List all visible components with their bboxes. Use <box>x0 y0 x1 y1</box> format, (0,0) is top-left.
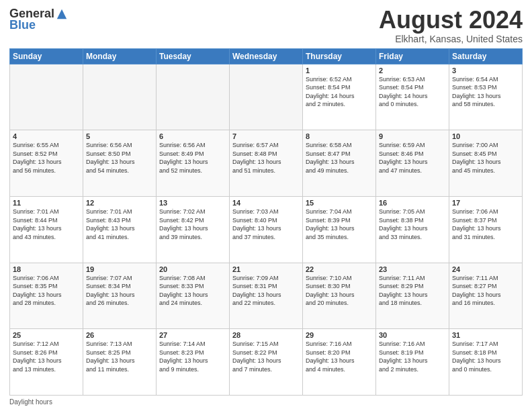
day-number: 9 <box>379 132 446 140</box>
day-cell: 18Sunrise: 7:06 AM Sunset: 8:35 PM Dayli… <box>10 263 83 329</box>
day-number: 15 <box>306 199 373 207</box>
day-cell <box>83 64 157 130</box>
day-cell <box>157 64 230 130</box>
day-cell <box>10 64 83 130</box>
day-info: Sunrise: 7:11 AM Sunset: 8:27 PM Dayligh… <box>452 274 519 308</box>
day-cell: 10Sunrise: 7:00 AM Sunset: 8:45 PM Dayli… <box>449 130 523 197</box>
day-number: 4 <box>13 132 80 140</box>
day-cell: 26Sunrise: 7:13 AM Sunset: 8:25 PM Dayli… <box>83 329 157 396</box>
week-row-2: 4Sunrise: 6:55 AM Sunset: 8:52 PM Daylig… <box>10 130 523 197</box>
day-number: 8 <box>306 132 373 140</box>
day-info: Sunrise: 7:17 AM Sunset: 8:18 PM Dayligh… <box>452 340 519 373</box>
day-info: Sunrise: 7:16 AM Sunset: 8:19 PM Dayligh… <box>379 340 446 373</box>
day-cell: 9Sunrise: 6:59 AM Sunset: 8:46 PM Daylig… <box>376 130 449 197</box>
day-number: 13 <box>159 199 226 207</box>
day-number: 28 <box>232 331 300 339</box>
day-number: 1 <box>306 66 373 75</box>
page: General Blue August 2024 Elkhart, Kansas… <box>0 0 532 411</box>
logo-blue-text: Blue <box>9 18 36 32</box>
day-number: 21 <box>232 265 300 273</box>
day-info: Sunrise: 7:02 AM Sunset: 8:42 PM Dayligh… <box>159 208 226 241</box>
day-info: Sunrise: 6:56 AM Sunset: 8:49 PM Dayligh… <box>159 141 226 175</box>
day-info: Sunrise: 7:00 AM Sunset: 8:45 PM Dayligh… <box>452 141 519 175</box>
day-number: 12 <box>86 199 153 207</box>
day-number: 11 <box>13 199 80 207</box>
day-info: Sunrise: 7:03 AM Sunset: 8:40 PM Dayligh… <box>232 208 300 241</box>
day-info: Sunrise: 7:06 AM Sunset: 8:37 PM Dayligh… <box>452 208 519 241</box>
day-info: Sunrise: 6:53 AM Sunset: 8:54 PM Dayligh… <box>379 75 446 109</box>
day-info: Sunrise: 6:52 AM Sunset: 8:54 PM Dayligh… <box>306 75 373 109</box>
day-info: Sunrise: 7:12 AM Sunset: 8:26 PM Dayligh… <box>13 340 80 373</box>
day-info: Sunrise: 6:54 AM Sunset: 8:53 PM Dayligh… <box>452 75 519 109</box>
day-cell: 14Sunrise: 7:03 AM Sunset: 8:40 PM Dayli… <box>230 196 303 263</box>
day-number: 5 <box>86 132 153 140</box>
day-number: 30 <box>379 331 446 339</box>
footer-text: Daylight hours <box>9 398 52 406</box>
day-cell: 25Sunrise: 7:12 AM Sunset: 8:26 PM Dayli… <box>10 329 83 396</box>
day-cell: 13Sunrise: 7:02 AM Sunset: 8:42 PM Dayli… <box>157 196 230 263</box>
day-number: 20 <box>159 265 226 273</box>
col-tuesday: Tuesday <box>157 48 230 64</box>
day-number: 23 <box>379 265 446 273</box>
day-info: Sunrise: 7:11 AM Sunset: 8:29 PM Dayligh… <box>379 274 446 308</box>
day-info: Sunrise: 7:01 AM Sunset: 8:44 PM Dayligh… <box>13 208 80 241</box>
day-number: 3 <box>452 66 519 75</box>
day-number: 29 <box>306 331 373 339</box>
title-block: August 2024 Elkhart, Kansas, United Stat… <box>379 7 523 44</box>
day-info: Sunrise: 7:15 AM Sunset: 8:22 PM Dayligh… <box>232 340 300 373</box>
day-info: Sunrise: 7:09 AM Sunset: 8:31 PM Dayligh… <box>232 274 300 308</box>
day-info: Sunrise: 6:59 AM Sunset: 8:46 PM Dayligh… <box>379 141 446 175</box>
day-number: 17 <box>452 199 519 207</box>
day-info: Sunrise: 7:06 AM Sunset: 8:35 PM Dayligh… <box>13 274 80 308</box>
day-cell: 5Sunrise: 6:56 AM Sunset: 8:50 PM Daylig… <box>83 130 157 197</box>
day-info: Sunrise: 7:10 AM Sunset: 8:30 PM Dayligh… <box>306 274 373 308</box>
day-cell: 23Sunrise: 7:11 AM Sunset: 8:29 PM Dayli… <box>376 263 449 329</box>
subtitle: Elkhart, Kansas, United States <box>379 34 523 44</box>
header: General Blue August 2024 Elkhart, Kansas… <box>9 7 523 44</box>
day-number: 27 <box>159 331 226 339</box>
day-info: Sunrise: 7:16 AM Sunset: 8:20 PM Dayligh… <box>306 340 373 373</box>
day-info: Sunrise: 7:07 AM Sunset: 8:34 PM Dayligh… <box>86 274 153 308</box>
day-info: Sunrise: 7:14 AM Sunset: 8:23 PM Dayligh… <box>159 340 226 373</box>
day-cell: 7Sunrise: 6:57 AM Sunset: 8:48 PM Daylig… <box>230 130 303 197</box>
day-cell: 29Sunrise: 7:16 AM Sunset: 8:20 PM Dayli… <box>303 329 376 396</box>
day-cell: 16Sunrise: 7:05 AM Sunset: 8:38 PM Dayli… <box>376 196 449 263</box>
day-cell: 28Sunrise: 7:15 AM Sunset: 8:22 PM Dayli… <box>230 329 303 396</box>
col-monday: Monday <box>83 48 157 64</box>
day-number: 19 <box>86 265 153 273</box>
day-number: 24 <box>452 265 519 273</box>
day-info: Sunrise: 7:13 AM Sunset: 8:25 PM Dayligh… <box>86 340 153 373</box>
day-info: Sunrise: 7:01 AM Sunset: 8:43 PM Dayligh… <box>86 208 153 241</box>
week-row-5: 25Sunrise: 7:12 AM Sunset: 8:26 PM Dayli… <box>10 329 523 396</box>
day-cell: 12Sunrise: 7:01 AM Sunset: 8:43 PM Dayli… <box>83 196 157 263</box>
day-cell: 1Sunrise: 6:52 AM Sunset: 8:54 PM Daylig… <box>303 64 376 130</box>
svg-marker-0 <box>57 9 66 18</box>
day-number: 26 <box>86 331 153 339</box>
day-info: Sunrise: 6:57 AM Sunset: 8:48 PM Dayligh… <box>232 141 300 175</box>
day-cell: 19Sunrise: 7:07 AM Sunset: 8:34 PM Dayli… <box>83 263 157 329</box>
main-title: August 2024 <box>379 7 523 34</box>
day-info: Sunrise: 7:04 AM Sunset: 8:39 PM Dayligh… <box>306 208 373 241</box>
day-cell: 3Sunrise: 6:54 AM Sunset: 8:53 PM Daylig… <box>449 64 523 130</box>
day-info: Sunrise: 6:55 AM Sunset: 8:52 PM Dayligh… <box>13 141 80 175</box>
day-number: 7 <box>232 132 300 140</box>
week-row-1: 1Sunrise: 6:52 AM Sunset: 8:54 PM Daylig… <box>10 64 523 130</box>
logo: General Blue <box>9 7 68 32</box>
day-cell: 15Sunrise: 7:04 AM Sunset: 8:39 PM Dayli… <box>303 196 376 263</box>
day-number: 10 <box>452 132 519 140</box>
col-saturday: Saturday <box>449 48 523 64</box>
day-number: 14 <box>232 199 300 207</box>
day-cell: 11Sunrise: 7:01 AM Sunset: 8:44 PM Dayli… <box>10 196 83 263</box>
day-cell: 6Sunrise: 6:56 AM Sunset: 8:49 PM Daylig… <box>157 130 230 197</box>
day-number: 18 <box>13 265 80 273</box>
day-cell: 21Sunrise: 7:09 AM Sunset: 8:31 PM Dayli… <box>230 263 303 329</box>
day-cell: 22Sunrise: 7:10 AM Sunset: 8:30 PM Dayli… <box>303 263 376 329</box>
day-number: 31 <box>452 331 519 339</box>
day-cell: 20Sunrise: 7:08 AM Sunset: 8:33 PM Dayli… <box>157 263 230 329</box>
day-number: 25 <box>13 331 80 339</box>
day-cell: 4Sunrise: 6:55 AM Sunset: 8:52 PM Daylig… <box>10 130 83 197</box>
day-number: 16 <box>379 199 446 207</box>
calendar-header-row: Sunday Monday Tuesday Wednesday Thursday… <box>10 48 523 64</box>
col-friday: Friday <box>376 48 449 64</box>
day-cell: 31Sunrise: 7:17 AM Sunset: 8:18 PM Dayli… <box>449 329 523 396</box>
